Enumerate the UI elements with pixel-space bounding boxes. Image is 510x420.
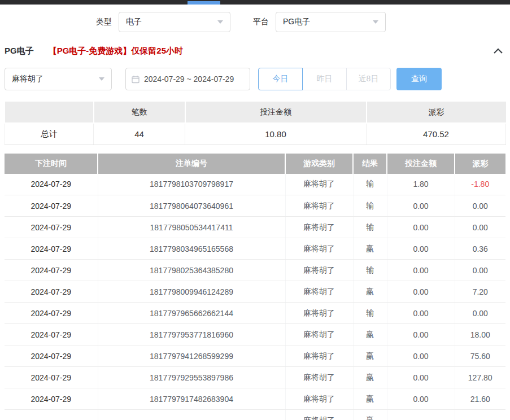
bet-payout: 0.00: [455, 217, 505, 238]
caret-down-icon: [217, 20, 223, 24]
bet-order-id: 1817797929553897986: [98, 367, 285, 388]
bet-result: 输: [353, 174, 387, 195]
today-button[interactable]: 今日: [258, 68, 303, 90]
table-row: 2024-07-29 1817797917482683904 麻将胡了 赢 0.…: [5, 388, 505, 410]
table-row: 2024-07-29 1817797953771816960 麻将胡了 赢 0.…: [5, 324, 505, 345]
bet-result: 输: [353, 217, 387, 238]
platform-select[interactable]: PG电子: [276, 12, 386, 32]
top-bar: [0, 0, 510, 5]
bet-result: 赢: [353, 324, 387, 345]
bet-payout: 75.60: [455, 345, 505, 367]
active-tab-indicator: [188, 1, 220, 5]
bet-game: 麻将胡了: [285, 388, 353, 410]
bet-game: 麻将胡了: [285, 217, 353, 238]
bet-date: 2024-07-29: [5, 260, 98, 281]
bet-order-id: 1817798064073640961: [98, 195, 285, 217]
bet-order-id: 1817798034965165568: [98, 238, 285, 260]
search-button[interactable]: 查询: [396, 68, 442, 90]
platform-label: 平台: [253, 17, 269, 27]
collapse-button[interactable]: [493, 48, 503, 54]
summary-total-bet-amount: 10.80: [185, 123, 367, 145]
bet-payout: 21.60: [455, 388, 505, 410]
bet-game: 麻将胡了: [285, 324, 353, 345]
bet-date: 2024-07-29: [5, 345, 98, 367]
bet-order-id: 1817798025364385280: [98, 260, 285, 281]
game-select[interactable]: 麻将胡了: [5, 68, 112, 90]
bet-result: 赢: [353, 410, 387, 420]
bet-result: 输: [353, 195, 387, 217]
bet-date: [5, 410, 98, 420]
summary-header-bet-amount: 投注金额: [185, 102, 367, 123]
bet-amount: 0.00: [387, 345, 455, 367]
bet-payout: 0.00: [455, 303, 505, 324]
bet-amount: [387, 410, 455, 420]
summary-total-payout: 470.52: [367, 123, 506, 145]
table-row: 2024-07-29 1817797929553897986 麻将胡了 赢 0.…: [5, 367, 505, 388]
bet-order-id: [98, 410, 285, 420]
bet-amount: 0.00: [387, 260, 455, 281]
bet-payout: 0.36: [455, 238, 505, 260]
bet-date: 2024-07-29: [5, 238, 98, 260]
bet-payout: 0.00: [455, 260, 505, 281]
bet-payout: [455, 410, 505, 420]
bet-table-header-row: 下注时间 注单编号 游戏类别 结果 投注金额 派彩: [5, 154, 505, 174]
bet-amount: 1.80: [387, 174, 455, 195]
bet-amount: 0.00: [387, 324, 455, 345]
bet-game: 麻将胡了: [285, 410, 353, 420]
summary-table: 笔数 投注金额 派彩 总计 44 10.80 470.52: [5, 102, 506, 145]
bet-result: 赢: [353, 238, 387, 260]
bet-game: 麻将胡了: [285, 367, 353, 388]
summary-header-payout: 派彩: [367, 102, 506, 123]
bet-game: 麻将胡了: [285, 195, 353, 217]
bet-table-body: 2024-07-29 1817798103709798917 麻将胡了 输 1.…: [5, 174, 505, 420]
calendar-icon: [132, 75, 140, 84]
bet-result: 输: [353, 260, 387, 281]
platform-select-value: PG电子: [283, 17, 310, 27]
summary-total-label: 总计: [5, 123, 94, 145]
bet-result: 赢: [353, 388, 387, 410]
type-label: 类型: [96, 17, 112, 27]
header-payout: 派彩: [455, 154, 505, 174]
summary-header-count: 笔数: [94, 102, 185, 123]
header-bet-amount: 投注金额: [387, 154, 455, 174]
bet-table: 下注时间 注单编号 游戏类别 结果 投注金额 派彩 2024-07-29 181…: [5, 154, 505, 420]
table-row: 麻将胡了 赢: [5, 410, 505, 420]
bet-result: 赢: [353, 367, 387, 388]
bet-result: 输: [353, 303, 387, 324]
bet-date: 2024-07-29: [5, 281, 98, 303]
header-bet-time: 下注时间: [5, 154, 98, 174]
date-range-input[interactable]: 2024-07-29 ~ 2024-07-29: [125, 68, 250, 90]
game-select-value: 麻将胡了: [12, 74, 43, 84]
bet-order-id: 1817798103709798917: [98, 174, 285, 195]
chevron-up-icon: [493, 48, 503, 54]
bet-result: 赢: [353, 281, 387, 303]
filter-bar: 类型 电子 平台 PG电子: [0, 5, 510, 40]
type-select[interactable]: 电子: [119, 12, 230, 32]
table-row: 2024-07-29 1817798050534417411 麻将胡了 输 0.…: [5, 217, 505, 238]
table-row: 2024-07-29 1817798103709798917 麻将胡了 输 1.…: [5, 174, 505, 195]
table-row: 2024-07-29 1817798025364385280 麻将胡了 输 0.…: [5, 260, 505, 281]
last-8-days-button[interactable]: 近8日: [346, 68, 391, 90]
bet-game: 麻将胡了: [285, 303, 353, 324]
bet-amount: 0.00: [387, 367, 455, 388]
type-select-value: 电子: [126, 17, 142, 27]
bet-game: 麻将胡了: [285, 174, 353, 195]
bet-order-id: 1817797917482683904: [98, 388, 285, 410]
summary-total-count: 44: [94, 123, 185, 145]
yesterday-button[interactable]: 昨日: [302, 68, 347, 90]
caret-down-icon: [99, 77, 104, 81]
bet-game: 麻将胡了: [285, 345, 353, 367]
bet-order-id: 1817797965662662144: [98, 303, 285, 324]
summary-header-row: 笔数 投注金额 派彩: [5, 102, 506, 123]
bet-payout: -1.80: [455, 174, 505, 195]
bet-amount: 0.00: [387, 195, 455, 217]
summary-header-blank: [5, 102, 94, 123]
bet-game: 麻将胡了: [285, 260, 353, 281]
bet-payout: 127.80: [455, 367, 505, 388]
bet-date: 2024-07-29: [5, 174, 98, 195]
bet-amount: 0.00: [387, 281, 455, 303]
bet-game: 麻将胡了: [285, 238, 353, 260]
header-game-category: 游戏类别: [285, 154, 353, 174]
caret-down-icon: [373, 20, 378, 24]
section-header: PG电子 【PG电子-免费游戏】仅保留25小时: [0, 41, 510, 61]
